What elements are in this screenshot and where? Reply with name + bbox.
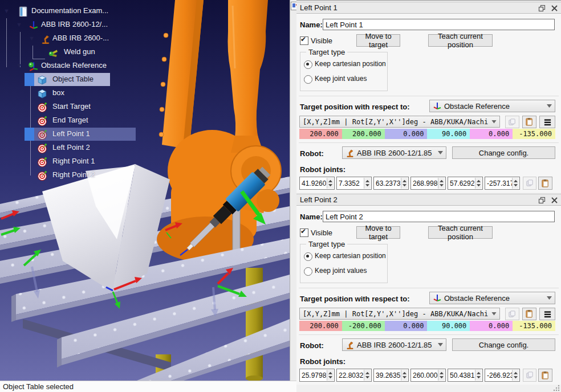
chevron-down-icon: [438, 343, 443, 346]
joint-2-spinbox[interactable]: 22.8032: [336, 369, 372, 382]
change-config-button[interactable]: Change config.: [452, 338, 555, 351]
separator: [299, 334, 559, 335]
copy-joints-button[interactable]: [523, 177, 536, 190]
pose-y-value[interactable]: 200.000: [342, 129, 385, 139]
panel-title: Left Point 2: [300, 195, 338, 204]
menu-icon: [543, 118, 552, 126]
copy-icon: [526, 179, 534, 187]
copy-icon: [508, 310, 517, 318]
copy-joints-button[interactable]: [523, 369, 536, 382]
pose-menu-button[interactable]: [539, 116, 555, 128]
target-icon: [37, 116, 47, 126]
tree-item-box[interactable]: box: [0, 87, 171, 100]
robot-label: Robot:: [300, 149, 324, 158]
keep-cartesian-label: Keep cartesian position: [315, 60, 386, 68]
tree-item-robot-frame[interactable]: ▼ ABB IRB 2600-12/...: [0, 18, 171, 32]
tree-item-right-point-1[interactable]: Right Point 1: [0, 155, 171, 169]
move-to-target-button[interactable]: Move to target: [356, 34, 400, 47]
document-icon: [18, 6, 28, 17]
tree-item-obstacle-reference[interactable]: ▼ Obstacle Reference: [0, 59, 171, 73]
name-input[interactable]: [323, 211, 555, 222]
tree-item-left-point-1[interactable]: Left Point 1: [0, 128, 171, 141]
copy-pose-button[interactable]: [505, 116, 519, 128]
tree-item-weld-gun[interactable]: Weld gun: [0, 46, 171, 59]
copy-pose-button[interactable]: [505, 308, 519, 320]
float-panel-icon[interactable]: [538, 197, 546, 204]
visible-label: Visible: [311, 36, 332, 45]
resize-grip[interactable]: [553, 385, 560, 391]
paste-joints-button[interactable]: [538, 177, 552, 190]
joint-2-spinbox[interactable]: 7.3352: [336, 177, 372, 190]
pose-z-value[interactable]: 0.000: [385, 129, 428, 139]
joint-5-spinbox[interactable]: 57.6292: [448, 177, 483, 190]
tree-item-station[interactable]: ▼ Documentation Exam...: [0, 5, 171, 18]
tree-item-object-table[interactable]: Object Table: [0, 73, 171, 87]
tree-item-robot[interactable]: ▼ ABB IRB 2600-...: [0, 32, 171, 46]
panel-titlebar[interactable]: Left Point 2: [296, 194, 561, 206]
separator: [299, 142, 559, 143]
joint-3-spinbox[interactable]: 63.2373: [373, 177, 409, 190]
expander-icon[interactable]: ▼: [29, 35, 35, 42]
panel-left-point-2: Left Point 2 Name: Visible Move to targe…: [296, 194, 561, 385]
pose-rx-value[interactable]: -135.000: [513, 321, 555, 331]
joint-4-spinbox[interactable]: 268.9980: [410, 177, 446, 190]
pose-ry-value[interactable]: 0.000: [470, 321, 513, 331]
selection-block: [25, 73, 34, 86]
keep-cartesian-radio[interactable]: [304, 60, 312, 69]
float-panel-icon[interactable]: [538, 5, 546, 12]
pose-values-row: 200.000 -200.000 0.000 90.000 0.000 -135…: [299, 321, 555, 331]
tree-item-right-point-2[interactable]: Right Point 2: [0, 169, 171, 182]
keep-joint-values-label: Keep joint values: [315, 75, 367, 83]
change-config-button[interactable]: Change config.: [452, 146, 555, 159]
pose-rx-value[interactable]: -135.000: [513, 129, 555, 139]
pose-z-value[interactable]: 0.000: [385, 321, 428, 331]
pose-ry-value[interactable]: 0.000: [470, 129, 513, 139]
joint-1-spinbox[interactable]: 41.9260: [299, 177, 335, 190]
expander-icon[interactable]: ▼: [16, 62, 22, 70]
tree-item-end-target[interactable]: End Target: [0, 114, 171, 128]
move-to-target-button[interactable]: Move to target: [356, 226, 400, 239]
close-panel-icon[interactable]: [551, 197, 558, 204]
paste-joints-button[interactable]: [538, 369, 552, 382]
visible-checkbox[interactable]: [300, 228, 308, 237]
robot-combobox[interactable]: ABB IRB 2600-12/1.85: [342, 146, 446, 159]
reference-frame-combobox[interactable]: Obstacle Reference: [429, 100, 555, 112]
station-tree: ▼ Documentation Exam... ▼ ABB IRB 2600-1…: [0, 0, 171, 188]
pose-x-value[interactable]: 200.000: [299, 321, 342, 331]
pose-x-value[interactable]: 200.000: [299, 129, 342, 139]
reference-frame-combobox[interactable]: Obstacle Reference: [429, 292, 555, 304]
teach-current-position-button[interactable]: Teach current position: [428, 226, 493, 239]
paste-icon: [541, 371, 550, 380]
keep-joint-values-radio[interactable]: [304, 75, 312, 84]
joint-6-spinbox[interactable]: -266.923: [485, 369, 520, 382]
keep-joint-values-label: Keep joint values: [315, 267, 367, 275]
joint-6-spinbox[interactable]: -257.317: [485, 177, 520, 190]
paste-pose-button[interactable]: [522, 116, 536, 128]
robot-combobox[interactable]: ABB IRB 2600-12/1.85: [342, 338, 446, 351]
pose-menu-button[interactable]: [539, 308, 555, 320]
tree-item-left-point-2[interactable]: Left Point 2: [0, 141, 171, 155]
paste-pose-button[interactable]: [522, 308, 536, 320]
expander-icon[interactable]: ▼: [3, 7, 10, 15]
joint-1-spinbox[interactable]: 25.9798: [299, 369, 335, 382]
pose-format-combobox[interactable]: [X,Y,Z]mm | Rot[Z,Y',X'']deg - ABB/KUKA/…: [299, 116, 500, 128]
name-input[interactable]: [323, 19, 555, 30]
tree-item-start-target[interactable]: Start Target: [0, 100, 171, 114]
target-position-label: Target position with respect to:: [300, 295, 410, 303]
panel-titlebar[interactable]: Left Point 1: [296, 2, 561, 14]
joint-3-spinbox[interactable]: 39.2635: [373, 369, 409, 382]
teach-current-position-button[interactable]: Teach current position: [428, 34, 493, 47]
target-type-legend: Target type: [306, 240, 347, 248]
pose-y-value[interactable]: -200.000: [342, 321, 385, 331]
pose-rz-value[interactable]: 90.000: [427, 321, 470, 331]
keep-joint-values-radio[interactable]: [304, 267, 312, 276]
pose-format-combobox[interactable]: [X,Y,Z]mm | Rot[Z,Y',X'']deg - ABB/KUKA/…: [299, 308, 500, 320]
close-panel-icon[interactable]: [551, 5, 558, 12]
expander-icon[interactable]: ▼: [16, 21, 22, 28]
joint-4-spinbox[interactable]: 260.0005: [410, 369, 446, 382]
visible-checkbox[interactable]: [300, 36, 308, 45]
3d-viewport[interactable]: ▼ Documentation Exam... ▼ ABB IRB 2600-1…: [0, 0, 290, 381]
keep-cartesian-radio[interactable]: [304, 252, 312, 261]
pose-rz-value[interactable]: 90.000: [427, 129, 470, 139]
joint-5-spinbox[interactable]: 50.4381: [448, 369, 483, 382]
